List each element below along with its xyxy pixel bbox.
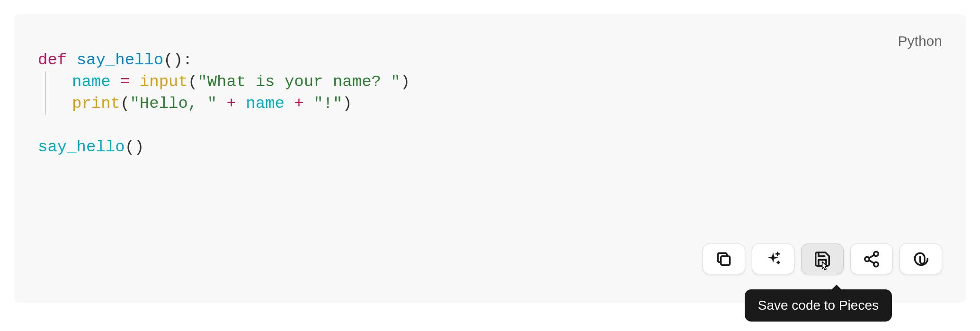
operator-plus: + <box>285 95 313 113</box>
code-toolbar <box>703 244 942 274</box>
keyword-def: def <box>38 51 67 69</box>
share-button[interactable] <box>850 244 893 274</box>
enhance-button[interactable] <box>752 244 794 274</box>
paren-close: ) <box>401 73 410 91</box>
blank-line <box>38 115 942 137</box>
copy-button[interactable] <box>703 244 745 274</box>
code-content: def say_hello():name = input("What is yo… <box>38 33 942 158</box>
share-icon <box>863 250 881 268</box>
string-literal: "Hello, " <box>130 95 217 113</box>
code-block: Python def say_hello():name = input("Wha… <box>14 14 966 303</box>
parens: (): <box>163 51 192 69</box>
paren-close: ) <box>342 95 352 113</box>
code-line: name = input("What is your name? ") <box>45 71 942 93</box>
variable: name <box>72 73 111 91</box>
save-icon <box>813 250 831 268</box>
string-literal: "What is your name? " <box>197 73 400 91</box>
paperclip-icon <box>912 250 930 268</box>
builtin-input: input <box>140 73 188 91</box>
paren-open: ( <box>120 95 130 113</box>
code-line: say_hello() <box>38 137 942 158</box>
parens: () <box>125 138 144 156</box>
save-button[interactable] <box>801 244 844 274</box>
variable: name <box>246 95 285 113</box>
copy-icon <box>715 250 733 268</box>
tooltip-text: Save code to Pieces <box>758 298 879 313</box>
sparkle-icon <box>764 250 782 268</box>
function-name: say_hello <box>77 51 164 69</box>
string-literal: "!" <box>313 95 342 113</box>
builtin-print: print <box>72 95 120 113</box>
language-label: Python <box>898 33 942 49</box>
code-line: def say_hello(): <box>38 50 942 71</box>
operator: = <box>111 73 140 91</box>
svg-line-4 <box>869 260 874 263</box>
code-line: print("Hello, " + name + "!") <box>45 93 942 115</box>
paren-open: ( <box>188 73 197 91</box>
svg-rect-0 <box>721 256 730 265</box>
tooltip: Save code to Pieces <box>745 289 892 322</box>
svg-line-5 <box>869 255 874 258</box>
attach-button[interactable] <box>900 244 942 274</box>
operator-plus: + <box>217 95 246 113</box>
function-call: say_hello <box>38 138 125 156</box>
